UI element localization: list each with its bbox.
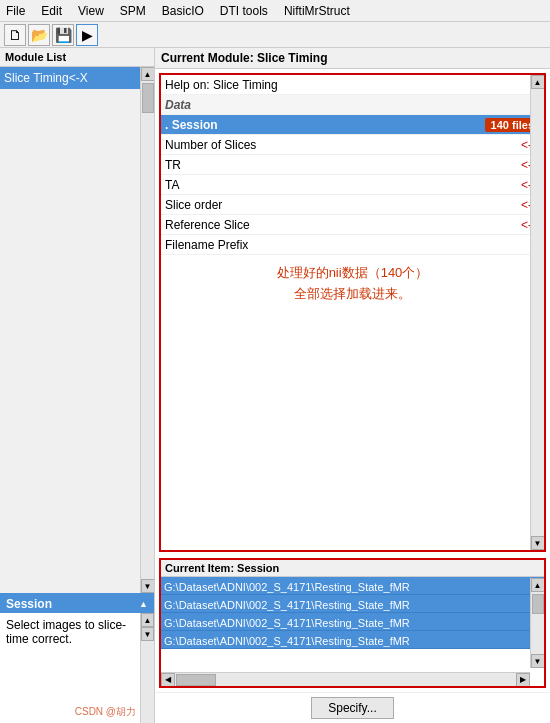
annotation-line1: 处理好的nii数据（140个） <box>171 263 534 284</box>
toolbar: 🗋 📂 💾 ▶ <box>0 22 550 48</box>
file-row-0[interactable]: G:\Dataset\ADNI\002_S_4171\Resting_State… <box>161 577 544 595</box>
bs-scroll-down[interactable]: ▼ <box>141 627 154 641</box>
watermark: CSDN @胡力 <box>75 705 136 719</box>
module-content-inner: Help on: Slice Timing Data . Session 140… <box>161 75 544 550</box>
tr-label: TR <box>165 158 521 172</box>
open-button[interactable]: 📂 <box>28 24 50 46</box>
num-slices-label: Number of Slices <box>165 138 521 152</box>
specify-button[interactable]: Specify... <box>311 697 393 719</box>
menu-dti-tools[interactable]: DTI tools <box>218 4 270 18</box>
module-list-container: Slice Timing<-X ▲ ▼ <box>0 67 154 593</box>
file-row-1[interactable]: G:\Dataset\ADNI\002_S_4171\Resting_State… <box>161 595 544 613</box>
specify-btn-area: Specify... <box>155 692 550 723</box>
data-label: Data <box>165 98 540 112</box>
session-description: Select images to slice-time correct. <box>6 618 126 646</box>
bottom-session-body: Select images to slice-time correct. ▲ ▼… <box>0 613 154 723</box>
mc-scroll-down[interactable]: ▼ <box>531 536 545 550</box>
scroll-down-arrow[interactable]: ▼ <box>141 579 155 593</box>
bs-scroll-up[interactable]: ▲ <box>141 613 154 627</box>
new-icon: 🗋 <box>8 27 22 43</box>
run-button[interactable]: ▶ <box>76 24 98 46</box>
annotation-block: 处理好的nii数据（140个） 全部选择加载进来。 <box>161 255 544 313</box>
ta-label: TA <box>165 178 521 192</box>
scroll-up-arrow[interactable]: ▲ <box>141 67 155 81</box>
ci-hscrollbar[interactable]: ◀ ▶ <box>161 672 530 686</box>
ci-hscroll-track <box>175 673 516 686</box>
left-panel-scrollbar[interactable]: ▲ ▼ <box>140 67 154 593</box>
module-list-header: Module List <box>0 48 154 67</box>
annotation-line2: 全部选择加载进来。 <box>171 284 534 305</box>
menubar: File Edit View SPM BasicIO DTI tools Nif… <box>0 0 550 22</box>
filename-prefix-label: Filename Prefix <box>165 238 533 252</box>
filename-prefix-row[interactable]: Filename Prefix a <box>161 235 544 255</box>
current-item-header: Current Item: Session <box>161 560 544 577</box>
data-section-row[interactable]: Data <box>161 95 544 115</box>
slice-order-row[interactable]: Slice order <-X <box>161 195 544 215</box>
current-item-list: G:\Dataset\ADNI\002_S_4171\Resting_State… <box>161 577 544 663</box>
file-row-2[interactable]: G:\Dataset\ADNI\002_S_4171\Resting_State… <box>161 613 544 631</box>
right-panel: Current Module: Slice Timing Help on: Sl… <box>155 48 550 723</box>
scroll-thumb[interactable] <box>142 83 154 113</box>
ref-slice-label: Reference Slice <box>165 218 521 232</box>
right-panel-header: Current Module: Slice Timing <box>155 48 550 69</box>
ci-hscroll-left[interactable]: ◀ <box>161 673 175 687</box>
menu-spm[interactable]: SPM <box>118 4 148 18</box>
slice-timing-module[interactable]: Slice Timing<-X <box>0 67 154 89</box>
menu-niftimrstruct[interactable]: NiftiMrStruct <box>282 4 352 18</box>
ta-row[interactable]: TA <-X <box>161 175 544 195</box>
num-slices-row[interactable]: Number of Slices <-X <box>161 135 544 155</box>
menu-view[interactable]: View <box>76 4 106 18</box>
ci-hscroll-thumb[interactable] <box>176 674 216 686</box>
slice-order-label: Slice order <box>165 198 521 212</box>
bottom-session-header: Session ▲ <box>0 595 154 613</box>
module-content-scrollbar[interactable]: ▲ ▼ <box>530 75 544 550</box>
ci-scroll-up[interactable]: ▲ <box>531 578 545 592</box>
module-item-label: Slice Timing<-X <box>4 71 136 85</box>
save-icon: 💾 <box>55 27 72 43</box>
menu-basicio[interactable]: BasicIO <box>160 4 206 18</box>
current-item-box: Current Item: Session G:\Dataset\ADNI\00… <box>159 558 546 688</box>
left-panel: Module List Slice Timing<-X ▲ ▼ Session … <box>0 48 155 723</box>
session-row[interactable]: . Session 140 files <box>161 115 544 135</box>
menu-file[interactable]: File <box>4 4 27 18</box>
run-icon: ▶ <box>82 27 93 43</box>
bottom-session-panel: Session ▲ Select images to slice-time co… <box>0 593 154 723</box>
session-row-label: . Session <box>165 118 485 132</box>
bottom-session-scrollbar[interactable]: ▲ ▼ <box>140 613 154 723</box>
ref-slice-row[interactable]: Reference Slice <-X <box>161 215 544 235</box>
ci-scrollbar[interactable]: ▲ ▼ <box>530 578 544 668</box>
save-button[interactable]: 💾 <box>52 24 74 46</box>
session-scroll-up-icon[interactable]: ▲ <box>139 599 148 609</box>
module-content: Help on: Slice Timing Data . Session 140… <box>159 73 546 552</box>
session-label: Session <box>6 597 52 611</box>
ci-scroll-thumb[interactable] <box>532 594 544 614</box>
file-row-3[interactable]: G:\Dataset\ADNI\002_S_4171\Resting_State… <box>161 631 544 649</box>
ci-scroll-down[interactable]: ▼ <box>531 654 545 668</box>
main-area: Module List Slice Timing<-X ▲ ▼ Session … <box>0 48 550 723</box>
menu-edit[interactable]: Edit <box>39 4 64 18</box>
new-button[interactable]: 🗋 <box>4 24 26 46</box>
ci-hscroll-right[interactable]: ▶ <box>516 673 530 687</box>
help-label: Help on: Slice Timing <box>165 78 540 92</box>
open-icon: 📂 <box>31 27 48 43</box>
help-row[interactable]: Help on: Slice Timing <box>161 75 544 95</box>
mc-scroll-up[interactable]: ▲ <box>531 75 545 89</box>
tr-row[interactable]: TR <-X <box>161 155 544 175</box>
